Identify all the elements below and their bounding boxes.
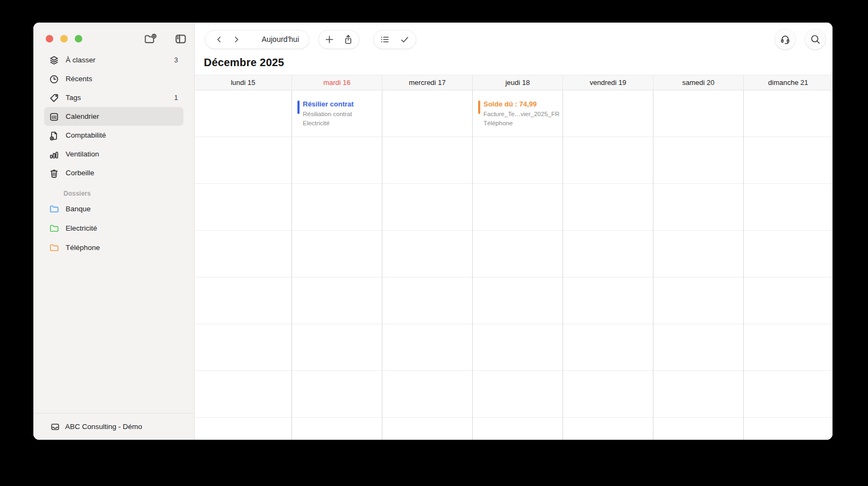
event-subtitle: Résiliation contrat xyxy=(303,110,380,118)
inbox-icon xyxy=(50,422,60,432)
sidebar-item-label: Corbeille xyxy=(66,169,172,177)
calendar-day-cell-vendredi[interactable] xyxy=(563,90,653,440)
day-header-jeudi: jeudi 18 xyxy=(472,75,563,90)
event-title: Solde dû : 74,99 xyxy=(483,100,560,108)
calendar-day-cell-jeudi[interactable]: Solde dû : 74,99 Facture_Te…vier_2025_FR… xyxy=(472,90,563,440)
event-title: Résilier contrat xyxy=(303,100,380,108)
sidebar-item-label: Comptabilité xyxy=(66,131,172,139)
share-button[interactable] xyxy=(340,31,357,48)
folder-icon xyxy=(49,242,60,252)
sidebar-item-ventilation[interactable]: Ventilation xyxy=(44,145,183,163)
plus-icon xyxy=(324,34,335,45)
sidebar-item-a-classer[interactable]: À classer 3 xyxy=(44,51,183,69)
account-row[interactable]: ABC Consulting - Démo xyxy=(33,413,194,440)
trash-icon xyxy=(49,168,60,178)
sidebar-item-label: Récents xyxy=(66,75,172,83)
sidebar-nav: À classer 3 Récents Tags 1 xyxy=(33,51,194,257)
back-button[interactable] xyxy=(210,31,227,48)
support-button[interactable] xyxy=(775,29,795,49)
sidebar-item-electricite[interactable]: Electricité xyxy=(44,218,183,238)
checkmark-icon xyxy=(400,34,410,45)
clock-icon xyxy=(49,74,60,84)
sidebar-item-label: Tags xyxy=(66,94,168,102)
toolbar-right xyxy=(775,29,826,49)
sidebar-item-telephone[interactable]: Téléphone xyxy=(44,238,183,257)
count-badge: 3 xyxy=(174,56,178,64)
sidebar-item-banque[interactable]: Banque xyxy=(44,199,183,218)
sidebar-item-label: Ventilation xyxy=(66,150,172,158)
app-window: À classer 3 Récents Tags 1 xyxy=(33,23,833,440)
folders-section-label: Dossiers xyxy=(44,190,183,197)
add-button[interactable] xyxy=(321,31,338,48)
share-icon xyxy=(343,34,353,45)
sidebar-actions xyxy=(144,33,187,45)
list-icon xyxy=(380,34,390,45)
folder-icon xyxy=(49,223,60,233)
day-header-mercredi: mercredi 17 xyxy=(382,75,472,90)
folder-icon xyxy=(49,204,60,213)
toolbar: Aujourd'hui xyxy=(195,23,833,56)
main-content: Aujourd'hui xyxy=(195,23,833,440)
new-folder-button[interactable] xyxy=(144,33,157,45)
sidebar-item-label: Banque xyxy=(66,205,178,213)
calendar-day-cell-dimanche[interactable] xyxy=(743,90,833,440)
day-header-lundi: lundi 15 xyxy=(195,75,291,90)
sidebar-item-label: Téléphone xyxy=(66,244,178,252)
new-folder-icon xyxy=(144,33,157,45)
document-coin-icon xyxy=(49,131,60,140)
sidebar: À classer 3 Récents Tags 1 xyxy=(33,23,195,440)
event-accent-bar xyxy=(297,101,300,114)
event-folder: Téléphone xyxy=(483,119,560,127)
event-folder: Electricité xyxy=(303,119,380,127)
sidebar-item-comptabilite[interactable]: Comptabilité xyxy=(44,126,183,145)
day-header-samedi: samedi 20 xyxy=(653,75,743,90)
sidebar-titlebar xyxy=(33,23,194,51)
traffic-light-minimize[interactable] xyxy=(60,35,68,42)
navigation-pill: Aujourd'hui xyxy=(205,30,309,49)
count-badge: 1 xyxy=(174,94,178,102)
chevron-right-icon xyxy=(232,35,241,44)
sidebar-item-label: À classer xyxy=(66,56,168,64)
search-icon xyxy=(810,34,821,45)
search-button[interactable] xyxy=(805,29,826,49)
calendar-icon xyxy=(49,112,60,122)
calendar-grid: Résilier contrat Résiliation contrat Ele… xyxy=(195,90,833,440)
event-card[interactable]: Solde dû : 74,99 Facture_Te…vier_2025_FR… xyxy=(478,100,560,127)
sidebar-toggle-button[interactable] xyxy=(174,33,187,45)
calendar-day-cell-lundi[interactable] xyxy=(195,90,291,440)
forward-button[interactable] xyxy=(227,31,245,48)
bar-chart-icon xyxy=(49,149,60,159)
event-accent-bar xyxy=(478,101,480,114)
traffic-light-zoom[interactable] xyxy=(75,35,82,42)
event-subtitle: Facture_Te…vier_2025_FR xyxy=(483,110,560,118)
day-header-vendredi: vendredi 19 xyxy=(563,75,653,90)
sidebar-item-corbeille[interactable]: Corbeille xyxy=(44,163,183,182)
tasks-button[interactable] xyxy=(396,31,413,48)
today-button[interactable]: Aujourd'hui xyxy=(261,35,299,44)
sidebar-item-tags[interactable]: Tags 1 xyxy=(44,88,183,107)
layers-icon xyxy=(49,55,60,65)
day-header-dimanche: dimanche 21 xyxy=(743,75,833,90)
sidebar-item-recents[interactable]: Récents xyxy=(44,69,183,88)
calendar-day-cell-samedi[interactable] xyxy=(653,90,743,440)
view-pill xyxy=(373,30,416,49)
sidebar-item-label: Electricité xyxy=(66,224,178,232)
tag-icon xyxy=(49,93,60,103)
headset-icon xyxy=(780,34,791,45)
account-label: ABC Consulting - Démo xyxy=(65,423,142,431)
day-header-mardi-today: mardi 16 xyxy=(291,75,382,90)
traffic-light-close[interactable] xyxy=(46,35,53,42)
list-view-button[interactable] xyxy=(376,31,394,48)
event-card[interactable]: Résilier contrat Résiliation contrat Ele… xyxy=(297,100,380,127)
calendar-day-cell-mercredi[interactable] xyxy=(382,90,472,440)
calendar-header: lundi 15 mardi 16 mercredi 17 jeudi 18 v… xyxy=(195,75,833,90)
add-share-pill xyxy=(318,30,359,49)
page-title: Décembre 2025 xyxy=(204,57,833,68)
calendar-day-cell-mardi[interactable]: Résilier contrat Résiliation contrat Ele… xyxy=(291,90,382,440)
sidebar-item-label: Calendrier xyxy=(66,112,172,120)
sidebar-toggle-icon xyxy=(174,33,187,45)
sidebar-item-calendrier[interactable]: Calendrier xyxy=(44,107,183,126)
chevron-left-icon xyxy=(215,35,224,44)
